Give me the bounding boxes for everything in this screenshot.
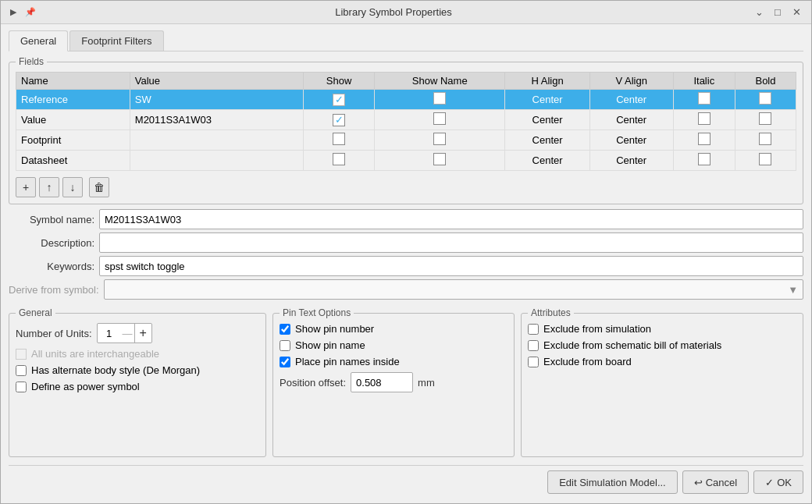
offset-unit: mm: [418, 377, 435, 389]
row1-italic[interactable]: [673, 110, 735, 130]
keywords-input[interactable]: [99, 256, 803, 276]
table-row[interactable]: Datasheet Center Center: [16, 151, 796, 171]
offset-input[interactable]: [351, 372, 413, 392]
row3-italic[interactable]: [673, 151, 735, 171]
description-input[interactable]: [99, 232, 803, 253]
symbol-name-input[interactable]: [99, 209, 803, 229]
ok-icon: ✓: [765, 477, 774, 488]
exclude-bom-label: Exclude from schematic bill of materials: [543, 339, 721, 351]
maximize-button[interactable]: □: [769, 4, 786, 21]
offset-row: Position offset: mm: [280, 372, 508, 392]
place-inside-row: Place pin names inside: [280, 356, 508, 367]
row3-show[interactable]: [304, 151, 375, 171]
alternate-body-row: Has alternate body style (De Morgan): [16, 364, 259, 376]
row2-h-align: Center: [505, 130, 589, 151]
row2-value: [130, 130, 303, 151]
row2-show[interactable]: [304, 130, 375, 151]
interchangeable-row: All units are interchangeable: [16, 348, 259, 360]
row0-name: Reference: [16, 90, 130, 110]
col-name: Name: [16, 73, 130, 90]
show-pin-number-checkbox[interactable]: [280, 324, 290, 335]
row2-show-name[interactable]: [375, 130, 505, 151]
row3-v-align: Center: [589, 151, 673, 171]
col-v-align: V Align: [589, 73, 673, 90]
titlebar-controls: ⌄ □ ✕: [750, 4, 805, 21]
derive-label: Derive from symbol:: [9, 284, 99, 296]
units-plus-button[interactable]: +: [134, 324, 151, 343]
form-section: Symbol name: Description: Keywords: Deri…: [9, 209, 803, 303]
row3-value: [130, 151, 303, 171]
fields-group: Fields Name Value Show Show Name H Align…: [9, 56, 803, 204]
table-row[interactable]: Footprint Center Center: [16, 130, 796, 151]
col-show-name: Show Name: [375, 73, 505, 90]
exclude-bom-checkbox[interactable]: [528, 340, 539, 351]
tab-footprint-filters[interactable]: Footprint Filters: [69, 30, 163, 51]
cancel-button[interactable]: ↩ Cancel: [682, 470, 749, 494]
attributes-title: Attributes: [528, 307, 574, 318]
row0-show[interactable]: ✓: [304, 90, 375, 110]
alternate-body-label: Has alternate body style (De Morgan): [31, 364, 200, 376]
place-inside-checkbox[interactable]: [280, 357, 290, 367]
row2-bold[interactable]: [735, 130, 796, 151]
symbol-name-label: Symbol name:: [9, 214, 94, 225]
move-down-button[interactable]: ↓: [62, 177, 83, 197]
power-symbol-checkbox[interactable]: [16, 382, 27, 392]
pin-icon[interactable]: 📌: [24, 6, 37, 19]
table-row[interactable]: Value M2011S3A1W03 ✓ Center Center: [16, 110, 796, 130]
edit-simulation-button[interactable]: Edit Simulation Model...: [547, 470, 678, 494]
exclude-board-checkbox[interactable]: [528, 357, 539, 367]
exclude-sim-checkbox[interactable]: [528, 324, 539, 335]
row2-name: Footprint: [16, 130, 130, 151]
col-bold: Bold: [735, 73, 796, 90]
close-button[interactable]: ✕: [788, 4, 805, 21]
row0-italic[interactable]: [673, 90, 735, 110]
exclude-board-row: Exclude from board: [528, 356, 796, 367]
tab-general[interactable]: General: [9, 30, 68, 51]
col-show: Show: [304, 73, 375, 90]
pin-text-title: Pin Text Options: [280, 307, 354, 318]
move-up-button[interactable]: ↑: [39, 177, 59, 197]
units-row: Number of Units: 1 — +: [16, 323, 259, 343]
exclude-sim-label: Exclude from simulation: [543, 323, 651, 335]
show-pin-number-row: Show pin number: [280, 323, 508, 335]
ok-button[interactable]: ✓ OK: [753, 470, 803, 494]
delete-field-button[interactable]: 🗑: [89, 177, 109, 197]
fields-legend: Fields: [16, 56, 47, 67]
attributes-panel: Attributes Exclude from simulation Exclu…: [521, 307, 803, 457]
main-content: General Footprint Filters Fields Name Va…: [1, 24, 811, 503]
show-pin-name-label: Show pin name: [295, 339, 365, 351]
row0-v-align: Center: [589, 90, 673, 110]
units-value: 1: [98, 328, 121, 339]
titlebar-left-icons: ▶ 📌: [7, 6, 37, 19]
play-icon[interactable]: ▶: [7, 6, 20, 19]
row1-name: Value: [16, 110, 130, 130]
exclude-board-label: Exclude from board: [543, 356, 632, 367]
row1-show-name[interactable]: [375, 110, 505, 130]
row3-show-name[interactable]: [375, 151, 505, 171]
description-row: Description:: [9, 232, 803, 253]
row1-bold[interactable]: [735, 110, 796, 130]
exclude-sim-row: Exclude from simulation: [528, 323, 796, 335]
row2-italic[interactable]: [673, 130, 735, 151]
add-field-button[interactable]: +: [16, 177, 36, 197]
col-h-align: H Align: [505, 73, 589, 90]
interchangeable-checkbox: [16, 349, 27, 360]
tab-bar: General Footprint Filters: [9, 30, 803, 51]
row0-show-name[interactable]: [375, 90, 505, 110]
derive-combo[interactable]: ▼: [104, 279, 803, 300]
row0-bold[interactable]: [735, 90, 796, 110]
cancel-label: Cancel: [706, 477, 737, 488]
table-row[interactable]: Reference SW ✓ Center Center: [16, 90, 796, 110]
show-pin-name-checkbox[interactable]: [280, 340, 290, 351]
row3-bold[interactable]: [735, 151, 796, 171]
main-window: ▶ 📌 Library Symbol Properties ⌄ □ ✕ Gene…: [0, 0, 812, 504]
place-inside-label: Place pin names inside: [295, 356, 400, 367]
row2-v-align: Center: [589, 130, 673, 151]
minimize-button[interactable]: ⌄: [750, 4, 767, 21]
row1-show[interactable]: ✓: [304, 110, 375, 130]
pin-text-panel: Pin Text Options Show pin number Show pi…: [272, 307, 515, 457]
alternate-body-checkbox[interactable]: [16, 365, 27, 376]
row1-v-align: Center: [589, 110, 673, 130]
power-symbol-row: Define as power symbol: [16, 381, 259, 392]
exclude-bom-row: Exclude from schematic bill of materials: [528, 339, 796, 351]
